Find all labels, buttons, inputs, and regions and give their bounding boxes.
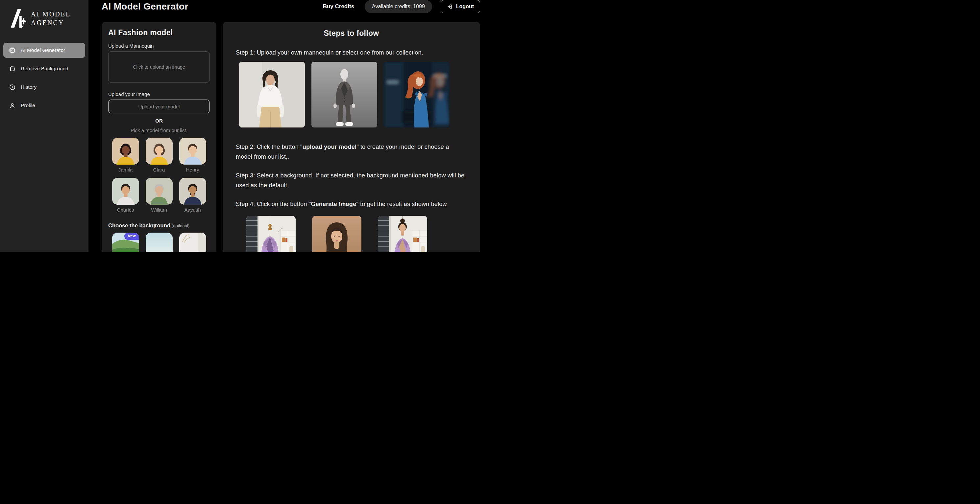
chip-icon: [9, 47, 16, 54]
mannequin-example-image: [384, 62, 450, 127]
mannequin-upload-label: Upload a Mannequin: [108, 43, 210, 49]
model-name: Charles: [117, 207, 134, 212]
sidebar: AI MODEL AGENCY AI Model Generator Remov…: [0, 0, 89, 252]
upload-model-button-label: Upload your model: [138, 104, 180, 109]
buy-credits-button[interactable]: Buy Credits: [321, 3, 356, 10]
topbar-actions: Buy Credits Available credits: 1099 Logo…: [321, 0, 480, 13]
step-2-bold: upload your model: [302, 144, 356, 150]
model-name: Aayush: [184, 207, 200, 212]
result-example-image: [312, 216, 361, 252]
sidebar-item-label: Profile: [21, 103, 35, 108]
background-options-row: New: [108, 233, 210, 252]
background-label-text: Choose the background: [108, 222, 170, 228]
mannequin-example-blouse: [239, 62, 305, 127]
sidebar-item-history[interactable]: History: [3, 79, 85, 95]
brand-logo: AI MODEL AGENCY: [0, 0, 89, 28]
page-title: AI Model Generator: [102, 1, 188, 12]
logout-label: Logout: [456, 4, 474, 10]
mannequin-example-suit: [312, 62, 377, 127]
main-area: AI Model Generator Buy Credits Available…: [89, 0, 490, 252]
step-2-prefix: Step 2: Click the button ": [236, 144, 302, 150]
content-row: AI Fashion model Upload a Mannequin Clic…: [102, 22, 480, 252]
model-avatar: [146, 138, 173, 165]
new-badge: New: [124, 233, 139, 240]
background-option-sky[interactable]: [146, 233, 173, 252]
logout-button[interactable]: Logout: [441, 0, 480, 13]
steps-panel: Steps to follow Step 1: Upload your own …: [223, 22, 480, 252]
sidebar-item-label: AI Model Generator: [21, 47, 65, 53]
model-name: Henry: [186, 167, 199, 173]
steps-title: Steps to follow: [236, 29, 467, 38]
logout-icon: [447, 4, 453, 10]
result-example-image: [246, 216, 296, 252]
sidebar-item-label: History: [21, 84, 37, 90]
step-1-text: Step 1: Upload your own mannequin or sel…: [236, 48, 467, 58]
model-item-aayush[interactable]: Aayush: [179, 178, 206, 212]
step-4-suffix: " to get the result as shown below: [356, 201, 447, 207]
sidebar-item-label: Remove Background: [21, 66, 68, 71]
result-example-image: [378, 216, 427, 252]
mannequin-example-blue-dress: [384, 62, 450, 127]
clock-icon: [9, 84, 16, 91]
user-icon: [9, 102, 16, 109]
model-item-henry[interactable]: Henry: [179, 138, 206, 173]
result-example-worn-blazer: [378, 216, 427, 252]
mannequin-example-image: [239, 62, 305, 127]
model-name: William: [151, 207, 167, 212]
pick-model-hint: Pick a model from our list.: [108, 127, 210, 133]
left-panel-title: AI Fashion model: [108, 28, 210, 37]
background-option-landscape[interactable]: New: [112, 233, 139, 252]
model-avatar: [112, 178, 139, 205]
model-name: Jamila: [118, 167, 132, 173]
brand-name-line2: AGENCY: [31, 19, 64, 26]
mannequin-examples-row: [236, 62, 467, 127]
mannequin-upload-dropzone[interactable]: Click to upload an image: [108, 51, 210, 83]
result-example-blazer-form: [246, 216, 296, 252]
background-optional-text: (optional): [172, 223, 189, 228]
ai-fashion-model-panel: AI Fashion model Upload a Mannequin Clic…: [102, 22, 216, 252]
topbar: AI Model Generator Buy Credits Available…: [102, 0, 480, 13]
mannequin-example-image: [312, 62, 377, 127]
sidebar-nav: AI Model Generator Remove Background His…: [0, 43, 89, 113]
model-grid: Jamila Clara: [108, 138, 210, 212]
sky-thumbnail: [146, 233, 173, 252]
model-avatar: [179, 178, 206, 205]
upload-model-button[interactable]: Upload your model: [108, 100, 210, 113]
model-avatar: [146, 178, 173, 205]
model-item-william[interactable]: William: [146, 178, 173, 212]
or-divider: OR: [108, 118, 210, 124]
model-avatar: [179, 138, 206, 165]
model-avatar: [112, 138, 139, 165]
result-example-portrait: [312, 216, 361, 252]
credits-badge: Available credits: 1099: [365, 0, 432, 13]
image-upload-label: Upload your Image: [108, 91, 210, 97]
step-4-text: Step 4: Click on the button "Generate Im…: [236, 199, 467, 209]
interior-thumbnail: [179, 233, 206, 252]
background-option-interior[interactable]: [179, 233, 206, 252]
sidebar-item-remove-background[interactable]: Remove Background: [3, 61, 85, 76]
step-3-text: Step 3: Select a background. If not sele…: [236, 171, 467, 190]
sidebar-item-profile[interactable]: Profile: [3, 98, 85, 113]
step-2-text: Step 2: Click the button "upload your mo…: [236, 142, 467, 162]
background-section-label: Choose the background(optional): [108, 222, 210, 229]
result-examples-row: [236, 216, 467, 252]
crop-icon: [9, 65, 16, 72]
brand-name-line1: AI MODEL: [31, 11, 71, 18]
model-item-clara[interactable]: Clara: [146, 138, 173, 173]
model-item-jamila[interactable]: Jamila: [112, 138, 139, 173]
brand-logo-icon: [9, 8, 27, 28]
sidebar-item-ai-model-generator[interactable]: AI Model Generator: [3, 43, 85, 58]
step-4-prefix: Step 4: Click on the button ": [236, 201, 311, 207]
mannequin-upload-placeholder: Click to upload an image: [133, 64, 185, 70]
model-item-charles[interactable]: Charles: [112, 178, 139, 212]
app-root: AI MODEL AGENCY AI Model Generator Remov…: [0, 0, 490, 252]
model-name: Clara: [153, 167, 165, 173]
step-4-bold: Generate Image: [311, 201, 356, 207]
brand-name: AI MODEL AGENCY: [31, 8, 71, 27]
